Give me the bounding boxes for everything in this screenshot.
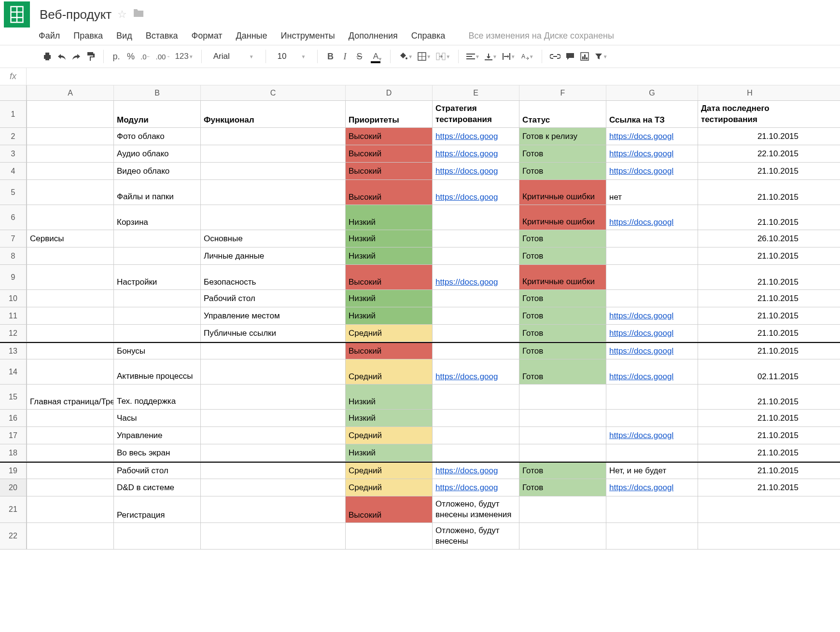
cell[interactable]: 02.11.2015: [698, 359, 801, 384]
row-header[interactable]: 6: [0, 205, 27, 230]
cell[interactable]: https://docs.googl: [606, 427, 698, 444]
cell[interactable]: [113, 247, 200, 264]
cell[interactable]: https://docs.googl: [606, 325, 698, 342]
row-header[interactable]: 16: [0, 410, 27, 426]
doc-title[interactable]: Веб-продукт: [40, 7, 112, 22]
col-header[interactable]: H: [698, 85, 801, 100]
cell[interactable]: [200, 523, 345, 549]
print-icon[interactable]: [42, 52, 52, 61]
cell[interactable]: Критичные ошибки: [519, 180, 606, 205]
cell[interactable]: Низкий: [345, 410, 432, 426]
cell[interactable]: 21.10.2015: [698, 247, 801, 264]
cell[interactable]: Критичные ошибки: [519, 265, 606, 289]
cell[interactable]: [27, 359, 113, 384]
cell[interactable]: [27, 463, 113, 479]
cell[interactable]: [27, 128, 113, 145]
row-header[interactable]: 19: [0, 463, 27, 479]
row-header[interactable]: 8: [0, 247, 27, 264]
cell[interactable]: [113, 325, 200, 342]
menu-file[interactable]: Файл: [39, 31, 60, 41]
font-select[interactable]: Arial▼: [210, 52, 258, 61]
decrease-decimal-button[interactable]: .0←: [140, 53, 151, 61]
cell[interactable]: [27, 307, 113, 324]
cell[interactable]: https://docs.googl: [606, 307, 698, 324]
row-header[interactable]: 11: [0, 307, 27, 324]
cell[interactable]: Бонусы: [113, 343, 200, 359]
cell[interactable]: [432, 444, 519, 461]
cell[interactable]: [345, 523, 432, 549]
cell[interactable]: Высокий: [345, 496, 432, 522]
cell[interactable]: Готов: [519, 359, 606, 384]
cell[interactable]: Модули: [113, 101, 200, 127]
cell[interactable]: Нет, и не будет: [606, 463, 698, 479]
col-header[interactable]: D: [345, 85, 432, 100]
cell[interactable]: Высокий: [345, 343, 432, 359]
cell[interactable]: [27, 343, 113, 359]
row-header[interactable]: 3: [0, 145, 27, 162]
cell[interactable]: https://docs.goog: [432, 128, 519, 145]
cell[interactable]: https://docs.googl: [606, 359, 698, 384]
cell[interactable]: Во весь экран: [113, 444, 200, 461]
fill-color-icon[interactable]: ▼: [398, 52, 413, 61]
menu-addons[interactable]: Дополнения: [349, 31, 398, 41]
cell[interactable]: Безопасность: [200, 265, 345, 289]
row-header[interactable]: 21: [0, 496, 27, 522]
cell[interactable]: [606, 247, 698, 264]
cell[interactable]: https://docs.googl: [606, 145, 698, 162]
row-header[interactable]: 9: [0, 265, 27, 289]
cell[interactable]: [519, 410, 606, 426]
cell[interactable]: Настройки: [113, 265, 200, 289]
cell[interactable]: Готов: [519, 163, 606, 179]
cell[interactable]: https://docs.googl: [606, 343, 698, 359]
cell[interactable]: [432, 325, 519, 342]
currency-button[interactable]: р.: [112, 52, 121, 62]
cell[interactable]: [200, 359, 345, 384]
menu-view[interactable]: Вид: [116, 31, 132, 41]
cell[interactable]: [698, 496, 801, 522]
cell[interactable]: Низкий: [345, 290, 432, 307]
cell[interactable]: [27, 145, 113, 162]
row-header[interactable]: 12: [0, 325, 27, 342]
v-align-icon[interactable]: ▼: [485, 53, 497, 60]
cell[interactable]: [27, 410, 113, 426]
cell[interactable]: Функционал: [200, 101, 345, 127]
cell[interactable]: Низкий: [345, 247, 432, 264]
font-size-select[interactable]: 10▼: [274, 52, 310, 61]
cell[interactable]: [200, 180, 345, 205]
cell[interactable]: https://docs.goog: [432, 180, 519, 205]
cell[interactable]: Средний: [345, 325, 432, 342]
increase-decimal-button[interactable]: .00→: [156, 53, 170, 61]
row-header[interactable]: 18: [0, 444, 27, 461]
cell[interactable]: 21.10.2015: [698, 463, 801, 479]
cell[interactable]: 21.10.2015: [698, 385, 801, 409]
cell[interactable]: [113, 307, 200, 324]
paint-format-icon[interactable]: [86, 52, 96, 61]
text-rotation-icon[interactable]: A▼: [520, 53, 534, 60]
cell[interactable]: [519, 444, 606, 461]
cell[interactable]: [606, 290, 698, 307]
cell[interactable]: Высокий: [345, 265, 432, 289]
cell[interactable]: [606, 230, 698, 247]
cell[interactable]: Ссылка на ТЗ: [606, 101, 698, 127]
menu-help[interactable]: Справка: [411, 31, 446, 41]
cell[interactable]: [519, 427, 606, 444]
cell[interactable]: [113, 290, 200, 307]
cell[interactable]: [27, 523, 113, 549]
cell[interactable]: Активные процессы: [113, 359, 200, 384]
cell[interactable]: [27, 444, 113, 461]
cell[interactable]: 21.10.2015: [698, 180, 801, 205]
cell[interactable]: [432, 307, 519, 324]
cell[interactable]: [200, 427, 345, 444]
cell[interactable]: [200, 343, 345, 359]
col-header[interactable]: C: [200, 85, 345, 100]
cell[interactable]: Статус: [519, 101, 606, 127]
cell[interactable]: [432, 230, 519, 247]
cell[interactable]: 21.10.2015: [698, 265, 801, 289]
col-header[interactable]: G: [606, 85, 698, 100]
row-header[interactable]: 20: [0, 479, 27, 496]
cell[interactable]: Низкий: [345, 444, 432, 461]
cell[interactable]: Корзина: [113, 205, 200, 230]
cell[interactable]: [27, 205, 113, 230]
cell[interactable]: [27, 290, 113, 307]
cell[interactable]: [519, 523, 606, 549]
